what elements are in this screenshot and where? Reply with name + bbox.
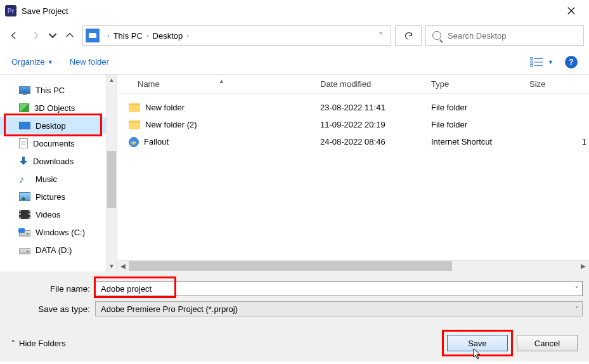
file-date: 11-09-2022 20:19 [320, 120, 431, 129]
file-list-area: Name▲ Date modified Type Size New folder… [117, 75, 589, 271]
drv-icon [19, 248, 30, 254]
up-button[interactable] [61, 27, 79, 44]
hide-folders-button[interactable]: ˄ Hide Folders [11, 339, 66, 348]
filename-input[interactable]: Adobe project ˅ [95, 281, 583, 296]
drvc-icon [19, 230, 30, 237]
file-type: File folder [431, 120, 529, 129]
new-folder-button[interactable]: New folder [70, 57, 109, 67]
view-options-button[interactable]: ▼ [530, 56, 553, 68]
tree-scrollbar[interactable]: ▲ ▼ [106, 75, 117, 271]
file-name: Fallout [144, 137, 169, 146]
filename-value: Adobe project [101, 284, 152, 294]
file-date: 23-08-2022 11:41 [320, 103, 431, 112]
tree-item-label: This PC [36, 86, 65, 95]
svg-rect-2 [531, 57, 533, 60]
search-icon [432, 31, 441, 40]
chevron-up-icon: ˄ [11, 339, 15, 348]
save-label: Save [468, 339, 487, 348]
file-row[interactable]: New folder23-08-2022 11:41File folder [117, 99, 589, 116]
tree-item-this-pc[interactable]: This PC [0, 81, 106, 99]
tree-item-windows-c-[interactable]: Windows (C:) [0, 223, 106, 241]
tree-item-documents[interactable]: Documents [0, 134, 106, 152]
chevron-down-icon: ▼ [548, 59, 553, 65]
column-headers: Name▲ Date modified Type Size [117, 75, 589, 94]
scroll-right-icon[interactable]: ▶ [578, 263, 589, 270]
chevron-right-icon: › [107, 32, 110, 39]
tree-item-desktop[interactable]: Desktop [0, 117, 106, 134]
folder-icon [129, 120, 140, 129]
header-date[interactable]: Date modified [320, 79, 431, 89]
vid-icon [19, 210, 30, 219]
dialog-footer: ˄ Hide Folders Save Cancel [0, 325, 589, 361]
titlebar: Pr Save Project [0, 0, 589, 22]
save-button[interactable]: Save [447, 335, 508, 351]
scroll-up-icon[interactable]: ▲ [107, 75, 117, 85]
tree-item-downloads[interactable]: Downloads [0, 152, 106, 170]
desk-icon [19, 122, 30, 129]
internet-shortcut-icon [129, 137, 139, 147]
hide-folders-label: Hide Folders [19, 339, 66, 348]
pc-icon [19, 86, 30, 94]
window-title: Save Project [22, 6, 559, 16]
breadcrumb[interactable]: › This PC › Desktop › ˅ [82, 25, 391, 46]
tree-item-label: Desktop [36, 121, 66, 131]
header-type[interactable]: Type [431, 79, 529, 89]
file-name: New folder [145, 103, 184, 112]
save-fields: File name: Adobe project ˅ Save as type:… [0, 271, 589, 325]
scroll-left-icon[interactable]: ◀ [117, 263, 129, 270]
cursor-icon [473, 348, 482, 361]
savetype-label: Save as type: [6, 304, 95, 314]
pic-icon [19, 192, 30, 201]
location-icon [86, 29, 100, 42]
nav-row: › This PC › Desktop › ˅ [0, 22, 589, 49]
svg-rect-6 [531, 64, 533, 67]
organize-label: Organize [11, 57, 45, 67]
chevron-down-icon[interactable]: ˅ [373, 31, 388, 41]
organize-menu[interactable]: Organize ▼ [11, 57, 53, 67]
tree-item-videos[interactable]: Videos [0, 205, 106, 223]
folder-icon [129, 103, 140, 112]
forward-button[interactable] [27, 27, 44, 44]
sort-indicator-icon: ▲ [219, 78, 224, 84]
tree-item-music[interactable]: Music [0, 170, 106, 188]
new-folder-label: New folder [70, 57, 109, 67]
hscroll-thumb[interactable] [129, 261, 452, 271]
horizontal-scrollbar[interactable]: ◀ ▶ [117, 260, 589, 271]
breadcrumb-seg[interactable]: This PC [113, 31, 143, 41]
tree-item-label: DATA (D:) [36, 245, 72, 255]
header-name[interactable]: Name▲ [117, 79, 320, 89]
header-size[interactable]: Size [529, 79, 589, 89]
file-type: Internet Shortcut [431, 137, 529, 146]
recent-dropdown[interactable] [48, 27, 57, 44]
nav-tree: This PC3D ObjectsDesktopDocumentsDownloa… [0, 75, 106, 271]
help-button[interactable]: ? [565, 56, 578, 68]
search-input[interactable] [448, 31, 577, 41]
tree-item-3d-objects[interactable]: 3D Objects [0, 99, 106, 117]
tree-item-pictures[interactable]: Pictures [0, 188, 106, 205]
refresh-button[interactable] [395, 25, 422, 46]
search-box[interactable] [425, 25, 584, 46]
savetype-combo[interactable]: Adobe Premiere Pro Project (*.prproj) ˅ [95, 301, 583, 316]
view-icon [530, 56, 544, 68]
breadcrumb-seg[interactable]: Desktop [153, 31, 183, 41]
chevron-down-icon[interactable]: ˅ [575, 285, 578, 292]
chevron-right-icon: › [186, 32, 189, 39]
chevron-down-icon: ▼ [48, 59, 53, 65]
mus-icon [19, 174, 30, 184]
file-row[interactable]: Fallout24-08-2022 08:46Internet Shortcut… [117, 133, 589, 150]
chevron-right-icon: › [146, 32, 149, 39]
tree-item-label: 3D Objects [34, 103, 75, 113]
back-button[interactable] [5, 27, 23, 44]
dl-icon [19, 157, 28, 166]
file-row[interactable]: New folder (2)11-09-2022 20:19File folde… [117, 116, 589, 133]
tree-item-label: Music [36, 174, 57, 184]
scroll-thumb[interactable] [107, 151, 116, 208]
chevron-down-icon[interactable]: ˅ [575, 306, 578, 313]
file-name: New folder (2) [145, 120, 197, 129]
close-button[interactable] [559, 1, 584, 20]
scroll-down-icon[interactable]: ▼ [107, 261, 117, 271]
tree-item-data-d-[interactable]: DATA (D:) [0, 241, 106, 259]
savetype-value: Adobe Premiere Pro Project (*.prproj) [101, 304, 238, 314]
cancel-button[interactable]: Cancel [517, 335, 578, 351]
tree-item-label: Pictures [36, 192, 65, 202]
